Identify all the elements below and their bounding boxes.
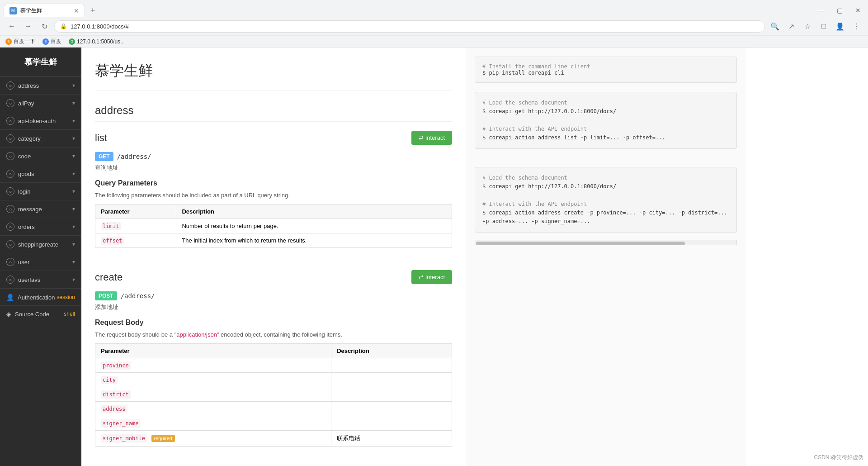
scrollbar-thumb [476, 242, 685, 245]
source-code-badge: shell [64, 311, 75, 317]
share-icon-btn[interactable]: ↗ [785, 20, 797, 33]
create-interact-button[interactable]: ⇄ Interact [411, 270, 452, 284]
forward-button[interactable]: → [22, 20, 34, 33]
active-tab[interactable]: M 慕学生鲜 ✕ [4, 4, 85, 17]
bookmark-label-2: 百度 [51, 38, 61, 45]
refresh-button[interactable]: ↻ [38, 20, 51, 33]
source-code-icon: ◈ [6, 310, 11, 318]
sidebar-item-icon-user: ○ [6, 258, 14, 266]
chevron-down-icon-userfavs: ▾ [72, 276, 75, 283]
desc-signer-name [331, 416, 452, 431]
sidebar-item-message[interactable]: ○ message ▾ [0, 200, 81, 218]
bookmark-icon-1: B [5, 38, 12, 45]
sidebar-item-icon-orders: ○ [6, 223, 14, 231]
authentication-badge: session [57, 294, 75, 300]
sidebar-item-alipay[interactable]: ○ aliPay ▾ [0, 95, 81, 112]
chevron-down-icon-alipay: ▾ [72, 100, 75, 106]
create-param-col: Parameter [95, 344, 331, 358]
tab-close-button[interactable]: ✕ [74, 7, 79, 14]
close-window-button[interactable]: ✕ [852, 6, 864, 15]
sidebar-item-icon-message: ○ [6, 205, 14, 213]
table-row: city [95, 373, 452, 387]
chevron-down-icon-goods: ▾ [72, 171, 75, 177]
extensions-icon-btn[interactable]: □ [817, 20, 830, 33]
create-params-table: Parameter Description province city [95, 343, 452, 447]
sidebar-item-login[interactable]: ○ login ▾ [0, 183, 81, 200]
chevron-down-icon-api: ▾ [72, 118, 75, 124]
code-scrollbar[interactable] [475, 240, 737, 245]
bookmark-baidu[interactable]: B 百度 [42, 38, 61, 45]
chevron-down-icon-orders: ▾ [72, 223, 75, 230]
param-desc-limit: Number of results to return per page. [176, 219, 452, 233]
profile-icon-btn[interactable]: 👤 [834, 20, 846, 33]
sidebar-item-label-goods: goods [18, 171, 72, 177]
search-icon-btn[interactable]: 🔍 [769, 20, 781, 33]
bookmark-localhost[interactable]: G 127.0.0.1:5050/us... [69, 38, 125, 45]
table-row: signer_mobile required 联系电话 [95, 431, 452, 447]
sidebar-item-address[interactable]: ○ address ▾ [0, 77, 81, 95]
bookmark-icon-btn[interactable]: ☆ [801, 20, 814, 33]
table-row: limit Number of results to return per pa… [95, 219, 452, 233]
menu-icon-btn[interactable]: ⋮ [850, 20, 863, 33]
code-panel: # Install the command line client $ pip … [466, 48, 746, 466]
create-body-desc: The request body should be a "applicatio… [95, 331, 452, 338]
maximize-button[interactable]: ▢ [833, 6, 846, 15]
sidebar-item-icon-shopping: ○ [6, 240, 14, 248]
watermark: CSDN @笑得好虚伪 [814, 454, 863, 461]
url-text: 127.0.0.1:8000/docs/# [71, 23, 129, 30]
sidebar-item-label-alipay: aliPay [18, 100, 72, 107]
sidebar-item-icon-login: ○ [6, 187, 14, 195]
list-endpoint-header: list ⇄ Interact [95, 131, 452, 145]
tab-title: 慕学生鲜 [20, 7, 70, 14]
sidebar-footer-authentication[interactable]: 👤 Authentication session [0, 289, 81, 305]
sidebar-footer-source-code[interactable]: ◈ Source Code shell [0, 305, 81, 322]
sidebar-item-icon-api: ○ [6, 117, 14, 125]
top-code-cmd: $ pip install coreapi-cli [482, 70, 564, 76]
table-row: signer_name [95, 416, 452, 431]
param-province: province [95, 358, 331, 373]
list-interact-button[interactable]: ⇄ Interact [411, 131, 452, 145]
sidebar-item-shoppingcreate[interactable]: ○ shoppingcreate ▾ [0, 236, 81, 253]
bookmark-baidu-one[interactable]: B 百度一下 [5, 38, 35, 45]
sidebar-item-orders[interactable]: ○ orders ▾ [0, 218, 81, 236]
desc-district [331, 387, 452, 402]
param-desc-offset: The initial index from which to return t… [176, 233, 452, 248]
top-code-block: # Install the command line client $ pip … [475, 57, 737, 83]
sidebar-item-category[interactable]: ○ category ▾ [0, 130, 81, 147]
address-section-title: address [95, 104, 452, 122]
desc-col-header: Description [176, 204, 452, 219]
sidebar-item-icon-category: ○ [6, 134, 14, 143]
sidebar-item-icon-alipay: ○ [6, 99, 14, 107]
sidebar-item-code[interactable]: ○ code ▾ [0, 147, 81, 165]
chevron-down-icon-message: ▾ [72, 206, 75, 212]
required-badge: required [151, 435, 175, 442]
table-row: district [95, 387, 452, 402]
new-tab-button[interactable]: + [87, 4, 99, 17]
sidebar-item-icon-goods: ○ [6, 170, 14, 178]
sidebar-item-user[interactable]: ○ user ▾ [0, 253, 81, 271]
bookmark-label-3: 127.0.0.1:5050/us... [77, 38, 125, 45]
list-desc: 查询地址 [95, 164, 452, 172]
create-endpoint-title: create [95, 271, 411, 283]
create-endpoint: create ⇄ Interact POST /address/ 添加地址 Re… [95, 270, 452, 447]
desc-province [331, 358, 452, 373]
bookmarks-bar: B 百度一下 B 百度 G 127.0.0.1:5050/us... [0, 35, 868, 47]
create-desc: 添加地址 [95, 303, 452, 311]
param-address: address [95, 402, 331, 416]
bookmark-label-1: 百度一下 [14, 38, 35, 45]
param-district: district [95, 387, 331, 402]
table-row: offset The initial index from which to r… [95, 233, 452, 248]
sidebar-item-userfavs[interactable]: ○ userfavs ▾ [0, 271, 81, 289]
back-button[interactable]: ← [5, 20, 18, 33]
desc-signer-mobile: 联系电话 [331, 431, 452, 447]
toolbar-icons: 🔍 ↗ ☆ □ 👤 ⋮ [769, 20, 863, 33]
list-params-table: Parameter Description limit Number of re… [95, 204, 452, 248]
content-type-link[interactable]: "application/json" [175, 331, 219, 338]
sidebar-item-goods[interactable]: ○ goods ▾ [0, 165, 81, 183]
minimize-button[interactable]: — [814, 6, 828, 15]
chevron-down-icon-shopping: ▾ [72, 241, 75, 247]
table-row: province [95, 358, 452, 373]
param-col-header: Parameter [95, 204, 176, 219]
sidebar-item-api-token-auth[interactable]: ○ api-token-auth ▾ [0, 112, 81, 130]
address-bar[interactable]: 🔒 127.0.0.1:8000/docs/# [54, 20, 765, 33]
